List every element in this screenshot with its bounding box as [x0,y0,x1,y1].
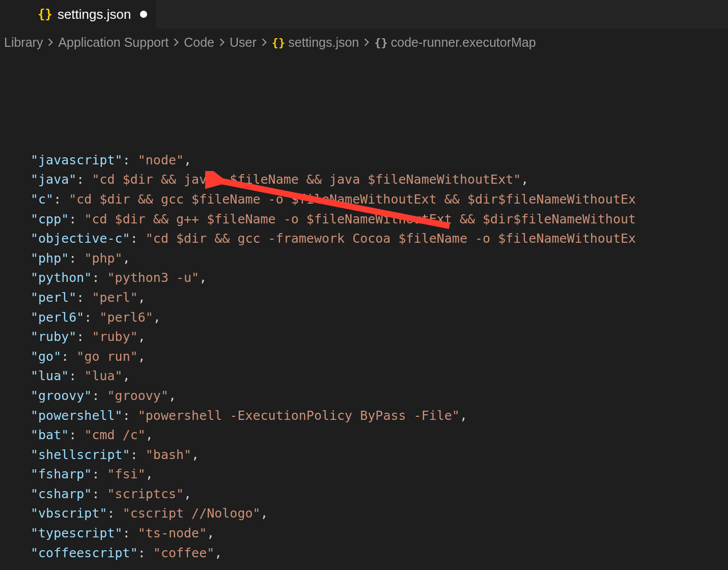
punctuation: , [153,310,161,325]
punctuation: : [84,310,99,325]
breadcrumb-item[interactable]: Code [184,35,214,50]
punctuation: , [460,408,467,423]
punctuation: : [61,349,76,364]
code-line[interactable]: "csharp": "scriptcs", [31,484,728,504]
breadcrumb-item[interactable]: {} settings.json [272,35,359,50]
punctuation: , [184,153,191,167]
punctuation: : [92,270,107,285]
punctuation: , [146,428,153,442]
punctuation: : [76,172,92,187]
punctuation: , [138,290,146,305]
json-value: "cd $dir && g++ $fileName -o $fileNameWi… [84,212,636,226]
json-value: "cmd /c" [84,428,145,442]
json-key: "python" [31,270,92,285]
json-value: "groovy" [107,388,169,403]
punctuation: , [261,506,268,521]
code-line[interactable]: "javascript": "node", [31,151,728,170]
code-line[interactable]: "powershell": "powershell -ExecutionPoli… [31,406,728,426]
json-key: "csharp" [31,487,92,501]
breadcrumb-item[interactable]: User [230,35,257,50]
breadcrumb-item[interactable]: {} code-runner.executorMap [374,35,536,50]
dirty-indicator-icon[interactable] [140,11,147,18]
breadcrumb: Library Application Support Code User {}… [0,28,728,56]
code-line[interactable]: "fsharp": "fsi", [31,465,728,484]
punctuation: , [214,546,222,560]
punctuation: : [130,447,146,462]
code-line[interactable]: "java": "cd $dir && javac $fileName && j… [31,170,728,190]
json-key: "c" [31,192,53,207]
punctuation: : [76,290,92,305]
json-key: "perl" [31,290,76,305]
json-value: "scriptcs" [107,487,184,501]
code-line[interactable]: "lua": "lua", [31,366,728,386]
punctuation: , [184,487,191,501]
punctuation: : [123,153,138,167]
punctuation: : [53,192,69,207]
breadcrumb-label: Code [184,35,214,50]
code-line[interactable]: "python": "python3 -u", [31,268,728,288]
punctuation: : [69,428,84,442]
code-line[interactable]: "cpp": "cd $dir && g++ $fileName -o $fil… [31,210,728,230]
code-editor[interactable]: "javascript": "node","java": "cd $dir &&… [0,56,728,563]
code-line[interactable]: "typescript": "ts-node", [31,524,728,544]
code-line[interactable]: "ruby": "ruby", [31,327,728,347]
json-key: "typescript" [31,526,123,540]
breadcrumb-label: Application Support [58,35,169,50]
code-line[interactable]: "php": "php", [31,249,728,269]
json-key: "ruby" [31,329,76,344]
json-key: "perl6" [31,310,84,325]
json-key: "bat" [31,428,69,442]
tab-label: settings.json [58,7,131,22]
tab-settings-json[interactable]: {} settings.json [29,0,156,28]
json-value: "cd $dir && gcc -framework Cocoa $fileNa… [146,231,636,246]
code-line[interactable]: "vbscript": "cscript //Nologo", [31,504,728,524]
json-value: "node" [138,153,184,167]
punctuation: , [138,349,146,364]
json-key: "java" [31,172,76,187]
breadcrumb-label: User [230,35,257,50]
punctuation: , [138,329,146,344]
punctuation: : [123,526,138,540]
json-key: "cpp" [31,212,69,226]
code-line[interactable]: "coffeescript": "coffee", [31,544,728,563]
code-line[interactable]: "perl": "perl", [31,288,728,308]
json-value: "cscript //Nologo" [123,506,261,521]
breadcrumb-item[interactable]: Library [4,35,43,50]
json-value: "go run" [76,349,137,364]
json-key: "php" [31,251,69,266]
punctuation: : [123,408,138,423]
breadcrumb-label: settings.json [288,35,359,50]
json-value: "lua" [84,368,122,383]
json-key: "go" [31,349,61,364]
punctuation: : [107,506,123,521]
json-value: "php" [84,251,122,266]
code-line[interactable]: "go": "go run", [31,347,728,367]
json-key: "vbscript" [31,506,107,521]
json-icon: {} [38,7,52,21]
json-value: "python3 -u" [107,270,200,285]
code-line[interactable]: "c": "cd $dir && gcc $fileName -o $fileN… [31,190,728,210]
chevron-right-icon [169,38,184,47]
code-line[interactable]: "bat": "cmd /c", [31,425,728,445]
chevron-right-icon [359,38,374,47]
json-value: "cd $dir && javac $fileName && java $fil… [92,172,521,187]
punctuation: , [521,172,528,187]
punctuation: : [92,487,107,501]
code-line[interactable]: "shellscript": "bash", [31,445,728,465]
chevron-right-icon [257,38,272,47]
punctuation: , [191,447,199,462]
json-key: "lua" [31,368,69,383]
chevron-right-icon [214,38,230,47]
punctuation: : [69,368,84,383]
json-key: "shellscript" [31,447,130,462]
code-line[interactable]: "objective-c": "cd $dir && gcc -framewor… [31,229,728,249]
json-value: "powershell -ExecutionPolicy ByPass -Fil… [138,408,460,423]
punctuation: : [69,251,84,266]
punctuation: , [123,251,130,266]
code-line[interactable]: "groovy": "groovy", [31,386,728,406]
breadcrumb-item[interactable]: Application Support [58,35,169,50]
json-key: "groovy" [31,388,92,403]
code-line[interactable]: "perl6": "perl6", [31,308,728,328]
punctuation: : [69,212,84,226]
punctuation: : [92,467,107,481]
